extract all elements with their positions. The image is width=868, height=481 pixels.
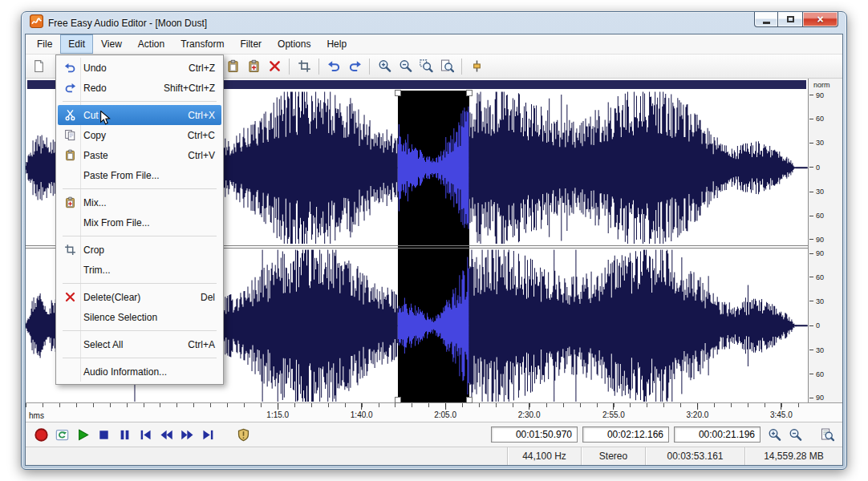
title-bar[interactable]: Free Easy Audio Editor - [Moon Dust] × bbox=[25, 12, 843, 34]
menu-edit[interactable]: Edit bbox=[60, 34, 93, 54]
menu-file[interactable]: File bbox=[29, 34, 60, 54]
menu-help[interactable]: Help bbox=[318, 34, 355, 54]
play-icon bbox=[76, 428, 90, 442]
zoom-out-button[interactable] bbox=[786, 426, 804, 443]
play-button[interactable] bbox=[74, 426, 91, 443]
cut-icon bbox=[60, 109, 79, 121]
zoom-page-icon bbox=[821, 428, 834, 442]
skip-start-button[interactable] bbox=[136, 426, 154, 443]
minimize-button[interactable] bbox=[754, 12, 778, 27]
edit-menu-item-paste[interactable]: PasteCtrl+V bbox=[58, 145, 221, 165]
edit-menu-item-copy[interactable]: CopyCtrl+C bbox=[58, 125, 221, 145]
menu-options[interactable]: Options bbox=[270, 34, 318, 54]
rewind-icon bbox=[160, 428, 173, 442]
mix-button[interactable] bbox=[244, 57, 263, 76]
close-button[interactable]: × bbox=[802, 12, 838, 27]
redo-icon bbox=[348, 59, 362, 73]
menu-action[interactable]: Action bbox=[130, 34, 172, 54]
transport-buttons bbox=[32, 426, 252, 443]
status-channels: Stereo bbox=[581, 447, 645, 465]
ruler-label: 1:40.0 bbox=[351, 403, 373, 419]
menu-transform[interactable]: Transform bbox=[172, 34, 232, 54]
menu-separator bbox=[63, 188, 217, 189]
menu-separator bbox=[63, 101, 217, 102]
edit-menu-item-audio-information[interactable]: Audio Information... bbox=[58, 362, 221, 382]
zoom-selection-button[interactable] bbox=[416, 57, 436, 76]
scale-label: 60 bbox=[809, 273, 824, 281]
rewind-button[interactable] bbox=[157, 426, 175, 443]
edit-menu-item-redo[interactable]: RedoShift+Ctrl+Z bbox=[58, 78, 221, 98]
scale-right-channel: 9060300306090 bbox=[809, 249, 842, 403]
edit-menu-item-delete-clear[interactable]: Delete(Clear)Del bbox=[58, 287, 221, 307]
selection-end-display: 00:02:12.166 bbox=[582, 426, 669, 443]
selection-handle[interactable] bbox=[395, 397, 401, 403]
maximize-icon bbox=[787, 16, 794, 22]
scale-label: 90 bbox=[809, 91, 824, 99]
menu-item-shortcut: Ctrl+A bbox=[188, 339, 215, 350]
undo-icon bbox=[60, 62, 79, 74]
menu-item-label: Redo bbox=[83, 83, 154, 94]
scale-label: 60 bbox=[809, 115, 824, 123]
zoom-in-button[interactable] bbox=[765, 426, 783, 443]
forward-icon bbox=[180, 428, 194, 442]
menu-filter[interactable]: Filter bbox=[232, 34, 270, 54]
menu-item-shortcut: Shift+Ctrl+Z bbox=[164, 83, 215, 94]
crop-button[interactable] bbox=[294, 57, 314, 76]
toolbar-separator bbox=[461, 59, 462, 75]
menu-item-label: Silence Selection bbox=[83, 312, 205, 323]
pause-button[interactable] bbox=[116, 426, 133, 443]
menu-view[interactable]: View bbox=[93, 34, 130, 54]
client-area: FileEditViewActionTransformFilterOptions… bbox=[25, 34, 843, 466]
status-duration: 00:03:53.161 bbox=[645, 447, 744, 465]
ruler-label: 3:45.0 bbox=[770, 403, 793, 419]
selection-handle[interactable] bbox=[466, 90, 473, 96]
redo-icon bbox=[64, 82, 76, 94]
zoom-all-button[interactable] bbox=[437, 57, 456, 76]
edit-menu: UndoCtrl+ZRedoShift+Ctrl+ZCutCtrl+XCopyC… bbox=[55, 55, 224, 385]
menu-item-label: Mix From File... bbox=[83, 217, 205, 228]
edit-menu-item-mix-from-file[interactable]: Mix From File... bbox=[58, 212, 221, 232]
redo-button[interactable] bbox=[345, 57, 364, 76]
toolbar-separator bbox=[318, 59, 319, 75]
undo-icon bbox=[64, 62, 76, 74]
edit-menu-item-trim[interactable]: Trim... bbox=[58, 260, 221, 280]
mix-icon bbox=[247, 59, 261, 73]
delete-button[interactable] bbox=[265, 57, 284, 76]
scale-left-channel: 9060300306090 bbox=[809, 91, 842, 245]
edit-menu-item-crop[interactable]: Crop bbox=[58, 240, 221, 260]
timeline-ruler[interactable]: 1:15.01:40.02:05.02:30.02:55.03:20.03:45… bbox=[26, 403, 842, 422]
bookmark-button[interactable] bbox=[234, 426, 252, 443]
zoom-out-icon bbox=[789, 428, 802, 442]
zoom-in-icon bbox=[378, 59, 391, 73]
zoom-in-button[interactable] bbox=[375, 57, 394, 76]
zoom-selection-icon bbox=[420, 59, 433, 73]
zoom-out-button[interactable] bbox=[395, 57, 415, 76]
edit-menu-item-mix[interactable]: Mix... bbox=[58, 192, 221, 212]
record-button[interactable] bbox=[32, 426, 50, 443]
bookmark-icon bbox=[237, 428, 250, 442]
transport-bar: 00:01:50.970 00:02:12.166 00:00:21.196 bbox=[26, 422, 842, 447]
scale-label: 90 bbox=[809, 236, 824, 244]
selection-handle[interactable] bbox=[395, 90, 401, 96]
maximize-button[interactable] bbox=[778, 12, 802, 27]
edit-menu-item-select-all[interactable]: Select AllCtrl+A bbox=[58, 334, 221, 354]
edit-menu-item-paste-from-file[interactable]: Paste From File... bbox=[58, 165, 221, 185]
new-file-button[interactable] bbox=[29, 57, 48, 76]
forward-button[interactable] bbox=[178, 426, 196, 443]
selection-handle[interactable] bbox=[466, 397, 473, 403]
undo-button[interactable] bbox=[324, 57, 343, 76]
zoom-page-button[interactable] bbox=[818, 426, 836, 443]
copy-icon bbox=[64, 129, 76, 141]
paste-icon bbox=[60, 149, 79, 161]
edit-menu-item-undo[interactable]: UndoCtrl+Z bbox=[58, 58, 221, 78]
crop-icon bbox=[298, 59, 311, 73]
skip-end-button[interactable] bbox=[199, 426, 217, 443]
stop-button[interactable] bbox=[95, 426, 112, 443]
paste-button[interactable] bbox=[223, 57, 242, 76]
edit-menu-item-silence-selection[interactable]: Silence Selection bbox=[58, 307, 221, 327]
loop-button[interactable] bbox=[53, 426, 71, 443]
pause-icon bbox=[118, 428, 132, 442]
new-file-icon bbox=[32, 59, 46, 73]
edit-menu-item-cut[interactable]: CutCtrl+X bbox=[58, 105, 221, 125]
marker-button[interactable] bbox=[467, 57, 486, 76]
